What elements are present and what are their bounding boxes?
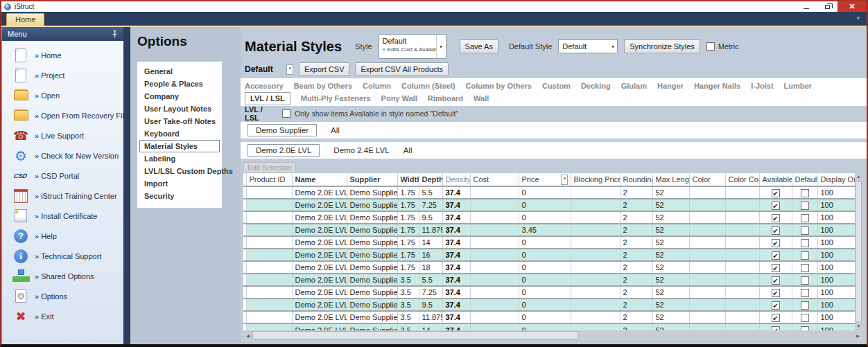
table-row[interactable]: Demo 2.0E LVL Demo Supplier 3.5 9.5 37.4…	[243, 299, 855, 311]
category-tab[interactable]: Column (Steel)	[401, 81, 455, 91]
sidebar-item[interactable]: » Help	[2, 226, 123, 246]
table-cell[interactable]	[689, 286, 725, 299]
table-cell[interactable]: 1.75	[397, 199, 419, 211]
table-cell[interactable]: 0	[519, 249, 571, 261]
table-cell[interactable]: 52	[652, 323, 689, 330]
column-header[interactable]: Width	[397, 173, 419, 186]
table-cell[interactable]: 0	[519, 299, 571, 311]
style-note-button[interactable]	[286, 64, 293, 75]
table-cell[interactable]	[470, 211, 519, 224]
available-checkbox[interactable]	[772, 239, 780, 247]
table-cell[interactable]: Demo 2.0E LVL	[292, 274, 347, 286]
available-checkbox[interactable]	[772, 314, 780, 322]
table-cell[interactable]: 9.5	[419, 299, 442, 311]
available-checkbox[interactable]	[772, 214, 780, 222]
table-cell[interactable]: 11.875	[419, 311, 442, 323]
table-cell[interactable]	[689, 211, 725, 224]
table-cell[interactable]	[689, 323, 725, 330]
table-cell[interactable]: 2	[620, 186, 652, 199]
column-header[interactable]: Supplier	[347, 173, 397, 186]
table-cell[interactable]	[689, 186, 725, 199]
table-cell[interactable]: 5.5	[419, 274, 442, 286]
export-csv-all-button[interactable]: Export CSV All Products	[355, 62, 449, 76]
table-cell[interactable]: 52	[652, 311, 689, 323]
table-cell[interactable]	[246, 286, 292, 299]
table-cell[interactable]	[246, 236, 292, 249]
table-cell[interactable]	[470, 286, 519, 299]
table-row[interactable]: Demo 2.0E LVL Demo Supplier 3.5 7.25 37.…	[243, 286, 855, 299]
table-cell[interactable]	[689, 274, 725, 286]
available-checkbox[interactable]	[772, 289, 780, 297]
style-select[interactable]: Default + Edits Cost & Available ▾	[379, 34, 446, 59]
table-cell[interactable]	[725, 299, 759, 311]
available-checkbox[interactable]	[772, 264, 780, 272]
table-cell[interactable]: Demo Supplier	[347, 261, 397, 274]
table-cell[interactable]	[470, 311, 519, 323]
table-cell[interactable]	[725, 186, 759, 199]
default-checkbox[interactable]	[801, 214, 809, 222]
table-cell[interactable]	[246, 199, 292, 211]
table-cell[interactable]: 37.4	[442, 311, 470, 323]
table-cell[interactable]	[470, 224, 519, 236]
scroll-down-icon[interactable]: ▼	[857, 323, 861, 330]
category-tab[interactable]: LVL / LSL	[245, 92, 290, 105]
options-list-item[interactable]: User Take-off Notes	[139, 115, 220, 127]
options-list-item[interactable]: LVL/LSL Custom Depths	[139, 165, 220, 177]
options-list-item[interactable]: Material Styles	[139, 140, 220, 152]
table-cell[interactable]	[571, 211, 620, 224]
table-cell[interactable]: Demo 2.0E LVL	[292, 323, 347, 330]
table-cell[interactable]: Demo 2.0E LVL	[292, 311, 347, 323]
table-row[interactable]: Demo 2.0E LVL Demo Supplier 1.75 9.5 37.…	[243, 211, 855, 224]
table-row[interactable]: Demo 2.0E LVL Demo Supplier 3.5 5.5 37.4…	[243, 274, 855, 286]
default-checkbox[interactable]	[801, 301, 809, 310]
table-cell[interactable]: 52	[652, 274, 689, 286]
table-cell[interactable]: 100	[817, 249, 855, 261]
table-cell[interactable]: 37.4	[442, 274, 470, 286]
filter-tab[interactable]: Demo Supplier	[248, 124, 317, 136]
column-header[interactable]: Product ID	[246, 173, 292, 186]
minimize-button[interactable]	[796, 1, 817, 12]
table-cell[interactable]	[246, 261, 292, 274]
table-cell[interactable]: 2	[620, 224, 652, 236]
default-checkbox[interactable]	[801, 251, 809, 260]
table-cell[interactable]	[470, 261, 519, 274]
column-header[interactable]: Density	[442, 173, 470, 186]
sidebar-item[interactable]: » iStruct Training Center	[2, 186, 123, 206]
table-cell[interactable]	[470, 323, 519, 330]
table-cell[interactable]: 0	[519, 236, 571, 249]
metric-checkbox[interactable]	[706, 42, 715, 51]
synchronize-styles-button[interactable]: Synchronize Styles	[624, 39, 700, 53]
tab-home[interactable]: Home	[6, 13, 44, 26]
table-cell[interactable]: 0	[519, 323, 571, 330]
table-cell[interactable]	[725, 311, 759, 323]
table-cell[interactable]: 3.5	[397, 299, 419, 311]
table-cell[interactable]	[725, 199, 759, 211]
default-checkbox[interactable]	[801, 202, 809, 210]
table-cell[interactable]: 2	[620, 261, 652, 274]
table-row[interactable]: Demo 2.0E LVL Demo Supplier 3.5 11.875 3…	[243, 311, 855, 323]
column-header[interactable]: Rounding	[620, 173, 652, 186]
table-cell[interactable]	[470, 249, 519, 261]
table-cell[interactable]: Demo 2.0E LVL	[292, 186, 347, 199]
table-cell[interactable]	[689, 299, 725, 311]
table-cell[interactable]: 37.4	[442, 211, 470, 224]
category-tab[interactable]: Hanger	[657, 81, 684, 91]
category-tab[interactable]: Multi-Ply Fasteners	[301, 94, 371, 104]
table-cell[interactable]: 52	[652, 236, 689, 249]
options-list-item[interactable]: User Layout Notes	[139, 103, 220, 115]
sidebar-item[interactable]: » Project	[2, 65, 123, 85]
table-cell[interactable]: 7.25	[419, 286, 442, 299]
table-cell[interactable]: 2	[620, 286, 652, 299]
table-cell[interactable]: Demo Supplier	[347, 249, 397, 261]
vertical-scroll-thumb[interactable]	[856, 181, 862, 322]
column-header[interactable]: Available	[759, 173, 792, 186]
table-cell[interactable]	[571, 286, 620, 299]
table-cell[interactable]: 100	[817, 323, 855, 330]
default-checkbox[interactable]	[801, 189, 809, 197]
edit-selection-button[interactable]: Edit Selection	[243, 162, 296, 173]
table-cell[interactable]	[246, 323, 292, 330]
table-cell[interactable]: 37.4	[442, 261, 470, 274]
table-cell[interactable]: 11.875	[419, 224, 442, 236]
table-cell[interactable]	[246, 274, 292, 286]
table-cell[interactable]: 0	[519, 211, 571, 224]
